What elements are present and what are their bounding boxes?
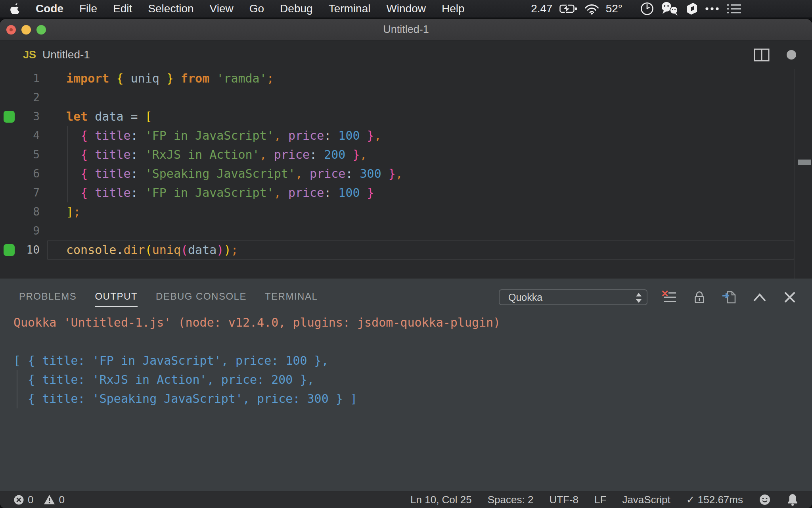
code-text: { title: 'RxJS in Action', price: 200 }, — [66, 145, 367, 164]
maximize-panel-icon[interactable] — [752, 289, 768, 306]
select-arrows-icon — [636, 292, 642, 304]
vscode-window: Untitled-1 JS Untitled-1 1import { uniq … — [0, 19, 812, 508]
output-line-5: { title: 'Speaking JavaScript', price: 3… — [0, 389, 812, 408]
clock-icon[interactable] — [640, 2, 654, 16]
notifications-bell-icon[interactable] — [787, 493, 799, 506]
gutter-marker-cell — [0, 202, 18, 221]
code-editor[interactable]: 1import { uniq } from 'ramda';23let data… — [0, 69, 812, 279]
output-line-2 — [0, 332, 812, 351]
status-item-quokka-time[interactable]: ✓ 152.67ms — [686, 494, 743, 506]
split-editor-icon[interactable] — [754, 48, 770, 62]
menu-item-help[interactable]: Help — [442, 2, 465, 15]
menu-item-edit[interactable]: Edit — [113, 2, 132, 15]
line-number: 1 — [18, 69, 40, 88]
status-item-language-mode[interactable]: JavaScript — [622, 494, 670, 506]
panel-actions — [661, 289, 798, 306]
indent-guide — [67, 126, 68, 202]
panel-tab-terminal[interactable]: TERMINAL — [265, 291, 318, 302]
panel-tab-problems[interactable]: PROBLEMS — [19, 291, 77, 302]
panel-tab-debug-console[interactable]: DEBUG CONSOLE — [156, 291, 247, 302]
code-text: { title: 'Speaking JavaScript', price: 3… — [66, 164, 403, 183]
battery-text: 2.47 — [531, 2, 553, 15]
clear-output-icon[interactable] — [661, 289, 677, 306]
code-line-9[interactable]: 9 — [0, 221, 812, 241]
panel-tab-output[interactable]: OUTPUT — [95, 291, 138, 302]
wechat-icon[interactable] — [661, 2, 679, 16]
code-line-6[interactable]: 6 { title: 'Speaking JavaScript', price:… — [0, 164, 812, 183]
code-text: import { uniq } from 'ramda'; — [66, 69, 274, 88]
output-line-4: { title: 'RxJS in Action', price: 200 }, — [0, 370, 812, 389]
code-text: { title: 'FP in JavaScript', price: 100 … — [66, 183, 374, 202]
macos-menu-bar: CodeFileEditSelectionViewGoDebugTerminal… — [0, 0, 812, 17]
status-items: Ln 10, Col 25Spaces: 2UTF-8LFJavaScript✓… — [410, 494, 743, 506]
open-log-file-icon[interactable] — [722, 289, 737, 306]
menu-item-selection[interactable]: Selection — [148, 2, 193, 15]
problems-status[interactable]: 0 0 — [0, 494, 65, 506]
code-line-8[interactable]: 8]; — [0, 202, 812, 221]
battery-charging-icon[interactable] — [559, 4, 578, 14]
quokka-coverage-square-icon — [4, 111, 15, 123]
zoom-window-button[interactable] — [36, 25, 46, 35]
traffic-lights — [6, 19, 46, 40]
gutter-marker-cell — [0, 88, 18, 107]
status-bar: 0 0 Ln 10, Col 25Spaces: 2UTF-8LFJavaScr… — [0, 491, 812, 508]
status-item-encoding[interactable]: UTF-8 — [549, 494, 578, 506]
menu-item-go[interactable]: Go — [249, 2, 264, 15]
list-menu-icon[interactable] — [727, 4, 741, 14]
code-text: let data = [ — [66, 107, 152, 126]
code-line-10[interactable]: 10console.dir(uniq(data)); — [0, 241, 812, 260]
status-item-cursor-position[interactable]: Ln 10, Col 25 — [410, 494, 472, 506]
line-number: 2 — [18, 88, 40, 107]
status-item-eol[interactable]: LF — [594, 494, 606, 506]
feedback-smiley-icon[interactable] — [759, 494, 771, 506]
close-window-button[interactable] — [6, 25, 16, 35]
code-line-5[interactable]: 5 { title: 'RxJS in Action', price: 200 … — [0, 145, 812, 164]
window-title-bar[interactable]: Untitled-1 — [0, 19, 812, 40]
apple-icon[interactable] — [10, 3, 20, 14]
menu-item-terminal[interactable]: Terminal — [329, 2, 371, 15]
menu-item-window[interactable]: Window — [386, 2, 426, 15]
menu-item-debug[interactable]: Debug — [280, 2, 313, 15]
wifi-icon[interactable] — [584, 3, 599, 15]
output-console[interactable]: Quokka 'Untitled-1.js' (node: v12.4.0, p… — [0, 313, 812, 408]
output-line-1: Quokka 'Untitled-1.js' (node: v12.4.0, p… — [0, 313, 812, 332]
menu-item-view[interactable]: View — [210, 2, 234, 15]
unsaved-changes-dot-icon[interactable] — [786, 50, 797, 60]
gutter-marker-cell — [0, 241, 18, 260]
gutter-marker-cell — [0, 221, 18, 241]
overview-ruler-marker — [798, 160, 811, 165]
line-number: 6 — [18, 164, 40, 183]
menu-item-code[interactable]: Code — [36, 2, 63, 15]
menu-item-file[interactable]: File — [79, 2, 97, 15]
close-panel-icon[interactable] — [782, 289, 798, 306]
error-icon — [13, 495, 24, 505]
line-number: 4 — [18, 126, 40, 145]
code-line-3[interactable]: 3let data = [ — [0, 107, 812, 126]
editor-tab-title[interactable]: Untitled-1 — [42, 48, 90, 61]
line-number: 8 — [18, 202, 40, 221]
code-text: { title: 'FP in JavaScript', price: 100 … — [66, 126, 381, 145]
code-lines: 1import { uniq } from 'ramda';23let data… — [0, 69, 812, 260]
code-line-1[interactable]: 1import { uniq } from 'ramda'; — [0, 69, 812, 88]
code-line-7[interactable]: 7 { title: 'FP in JavaScript', price: 10… — [0, 183, 812, 202]
line-number: 3 — [18, 107, 40, 126]
editor-tab-bar: JS Untitled-1 — [0, 40, 812, 69]
line-number: 9 — [18, 221, 40, 241]
line-number: 7 — [18, 183, 40, 202]
status-item-indentation[interactable]: Spaces: 2 — [488, 494, 534, 506]
lock-scroll-icon[interactable] — [691, 289, 707, 306]
gutter-marker-cell — [0, 183, 18, 202]
output-channel-value: Quokka — [500, 292, 542, 303]
code-line-4[interactable]: 4 { title: 'FP in JavaScript', price: 10… — [0, 126, 812, 145]
code-line-2[interactable]: 2 — [0, 88, 812, 107]
menu-items: CodeFileEditSelectionViewGoDebugTerminal… — [36, 2, 465, 15]
panel-tabs: PROBLEMSOUTPUTDEBUG CONSOLETERMINAL — [19, 279, 318, 314]
output-channel-select[interactable]: Quokka — [499, 289, 647, 305]
output-line-3: [ { title: 'FP in JavaScript', price: 10… — [0, 351, 812, 370]
more-dots-icon[interactable] — [705, 7, 720, 11]
error-count: 0 — [28, 494, 33, 506]
proxy-app-icon[interactable] — [686, 2, 698, 15]
minimize-window-button[interactable] — [21, 25, 31, 35]
line-number: 5 — [18, 145, 40, 164]
output-indent-guide — [17, 370, 17, 408]
